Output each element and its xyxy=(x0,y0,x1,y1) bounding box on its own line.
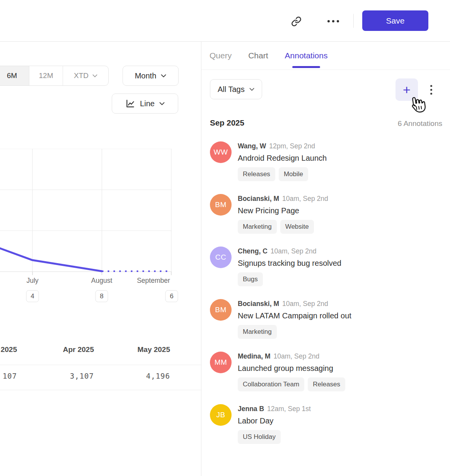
ellipsis-icon xyxy=(327,20,339,22)
annotation-author: Wang, W xyxy=(238,142,266,150)
tag-pill[interactable]: Marketing xyxy=(238,325,277,339)
annotation-tags: Collaboration TeamReleases xyxy=(238,377,345,391)
annotation-item[interactable]: JBJenna B12am, Sep 1stLabor DayUS Holida… xyxy=(210,404,442,444)
range-option-label: 12M xyxy=(39,71,53,80)
tab-chart[interactable]: Chart xyxy=(248,42,268,70)
table-column-header: 2025 xyxy=(0,345,17,354)
range-option-6m[interactable]: 6M xyxy=(0,66,29,85)
annotation-author: Jenna B xyxy=(238,405,264,413)
annotation-timestamp: 10am, Sep 2nd xyxy=(282,300,328,308)
tab-query[interactable]: Query xyxy=(210,42,232,70)
range-option-12m[interactable]: 12M xyxy=(29,66,63,85)
annotation-count-badge[interactable]: 4 xyxy=(26,290,39,302)
add-annotation-button[interactable]: + xyxy=(395,78,418,101)
table-column-header: Apr 2025 xyxy=(17,345,94,354)
chart-type-dropdown[interactable]: Line xyxy=(112,94,178,114)
annotation-header: Wang, W12pm, Sep 2nd xyxy=(238,142,327,151)
annotation-tags: MarketingWebsite xyxy=(238,220,328,234)
annotation-author: Bocianski, M xyxy=(238,300,279,308)
annotation-title: Android Redesign Launch xyxy=(238,152,327,164)
tag-pill[interactable]: Mobile xyxy=(279,167,308,181)
tag-pill[interactable]: Releases xyxy=(308,377,345,391)
annotation-item[interactable]: BMBocianski, M10am, Sep 2ndNew LATAM Cam… xyxy=(210,299,442,339)
x-axis-label: July xyxy=(26,277,38,285)
annotation-header: Cheng, C10am, Sep 2nd xyxy=(238,247,341,256)
table-border xyxy=(0,365,201,365)
annotation-content: Cheng, C10am, Sep 2ndSignups tracking bu… xyxy=(238,246,341,286)
annotation-header: Jenna B12am, Sep 1st xyxy=(238,405,311,413)
annotation-content: Jenna B12am, Sep 1stLabor DayUS Holiday xyxy=(238,404,311,444)
avatar: BM xyxy=(210,194,232,216)
link-icon xyxy=(291,16,302,27)
line-chart xyxy=(0,149,175,277)
annotation-content: Wang, W12pm, Sep 2ndAndroid Redesign Lau… xyxy=(238,141,327,181)
annotation-item[interactable]: WWWang, W12pm, Sep 2ndAndroid Redesign L… xyxy=(210,141,442,181)
copy-link-button[interactable] xyxy=(288,15,304,28)
annotation-content: Bocianski, M10am, Sep 2ndNew LATAM Campa… xyxy=(238,299,351,339)
tab-bar: QueryChartAnnotations xyxy=(210,42,327,70)
avatar: MM xyxy=(210,352,232,373)
table-cell-value: 107 xyxy=(0,372,17,380)
annotation-item[interactable]: MMMedina, M10am, Sep 2ndLaunched group m… xyxy=(210,352,442,391)
tag-pill[interactable]: Bugs xyxy=(238,272,263,286)
tag-pill[interactable]: Website xyxy=(280,220,314,234)
chart-type-label: Line xyxy=(140,99,155,108)
annotation-count-badge[interactable]: 8 xyxy=(95,290,108,302)
annotation-timestamp: 10am, Sep 2nd xyxy=(282,195,328,202)
table-border xyxy=(0,390,201,390)
tag-pill[interactable]: US Holiday xyxy=(238,430,281,444)
annotation-title: New Pricing Page xyxy=(238,205,328,216)
annotations-menu-button[interactable] xyxy=(426,81,436,98)
annotation-count-badge[interactable]: 6 xyxy=(165,290,178,302)
annotation-group-title: Sep 2025 xyxy=(210,118,244,128)
annotation-tags: US Holiday xyxy=(238,430,311,444)
date-range-segmented-control: 6M12MXTD xyxy=(0,66,109,86)
range-option-xtd[interactable]: XTD xyxy=(63,66,108,85)
annotation-author: Cheng, C xyxy=(238,247,268,255)
chevron-down-icon xyxy=(161,74,166,78)
annotation-timestamp: 10am, Sep 2nd xyxy=(271,247,317,255)
annotation-timestamp: 12am, Sep 1st xyxy=(267,405,311,413)
annotation-item[interactable]: CCCheng, C10am, Sep 2ndSignups tracking … xyxy=(210,246,442,286)
annotation-header: Bocianski, M10am, Sep 2nd xyxy=(238,299,351,308)
range-option-label: 6M xyxy=(7,71,17,80)
range-option-label: XTD xyxy=(74,71,89,80)
chevron-down-icon xyxy=(159,102,165,105)
save-button[interactable]: Save xyxy=(362,10,428,31)
annotation-content: Medina, M10am, Sep 2ndLaunched group mes… xyxy=(238,352,345,391)
annotation-tags: Marketing xyxy=(238,325,351,339)
annotations-panel: QueryChartAnnotations All Tags + Sep 202… xyxy=(201,42,450,476)
avatar: JB xyxy=(210,404,232,426)
annotation-count: 6 Annotations xyxy=(398,119,442,128)
annotation-timestamp: 10am, Sep 2nd xyxy=(274,352,320,360)
tag-pill[interactable]: Collaboration Team xyxy=(238,377,304,391)
annotation-timestamp: 12pm, Sep 2nd xyxy=(269,142,315,150)
avatar: BM xyxy=(210,299,232,321)
annotation-title: Signups tracking bug resolved xyxy=(238,257,341,269)
annotation-item[interactable]: BMBocianski, M10am, Sep 2ndNew Pricing P… xyxy=(210,194,442,234)
annotation-author: Medina, M xyxy=(238,352,271,360)
annotation-author: Bocianski, M xyxy=(238,195,279,202)
chevron-down-icon xyxy=(92,74,97,78)
annotation-list: WWWang, W12pm, Sep 2ndAndroid Redesign L… xyxy=(210,141,442,444)
more-options-button[interactable] xyxy=(326,16,341,26)
tag-pill[interactable]: Releases xyxy=(238,167,275,181)
avatar: CC xyxy=(210,246,232,268)
table-column-header: May 2025 xyxy=(93,345,170,354)
tag-pill[interactable]: Marketing xyxy=(238,220,277,234)
x-axis-label: August xyxy=(91,277,112,285)
header-divider xyxy=(353,14,354,28)
annotation-title: New LATAM Campaign rolled out xyxy=(238,310,351,321)
tag-filter-dropdown[interactable]: All Tags xyxy=(210,79,262,99)
annotation-title: Launched group messaging xyxy=(238,362,345,374)
annotation-title: Labor Day xyxy=(238,415,311,427)
granularity-dropdown[interactable]: Month xyxy=(123,66,179,86)
avatar: WW xyxy=(210,141,232,163)
x-axis-label: September xyxy=(137,277,170,285)
line-chart-icon xyxy=(125,99,135,109)
granularity-label: Month xyxy=(135,71,157,80)
table-cell-value: 3,107 xyxy=(17,372,94,380)
table-cell-value: 4,196 xyxy=(93,372,170,380)
tab-annotations[interactable]: Annotations xyxy=(285,42,328,70)
annotation-header: Bocianski, M10am, Sep 2nd xyxy=(238,194,328,203)
